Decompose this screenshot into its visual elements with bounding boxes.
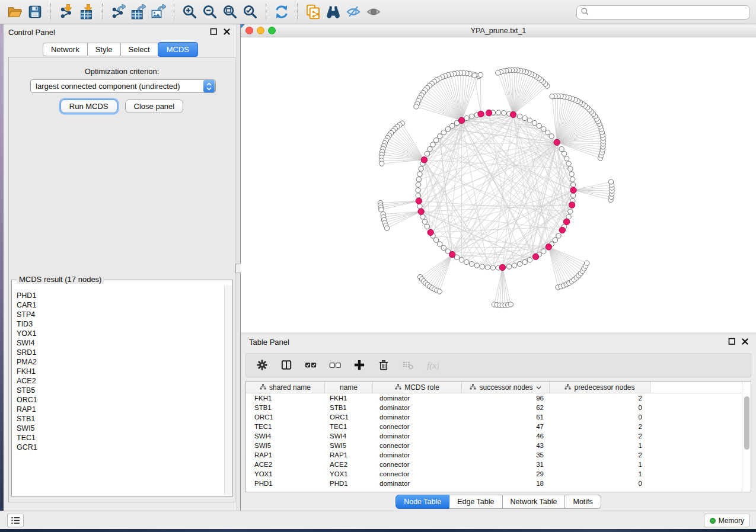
table-row[interactable]: SWI5SWI5connector431 [246,441,751,450]
function-builder-icon[interactable]: f(x) [425,358,439,373]
result-list-item[interactable]: STB1 [17,414,224,424]
table-row[interactable]: SWI4SWI4dominator462 [246,431,751,441]
tab-mcds[interactable]: MCDS [158,42,198,57]
gear-icon[interactable] [255,358,269,373]
result-list-item[interactable]: PMA2 [17,357,224,367]
cell-mcds-role: dominator [373,450,462,460]
result-list-item[interactable]: TID3 [17,319,224,329]
status-bar: Memory [0,511,756,529]
zoom-selected-icon[interactable] [240,2,260,21]
hide-glasses-icon[interactable] [343,2,363,21]
export-image-icon[interactable] [148,2,168,21]
search-icon [580,7,589,18]
import-table-icon[interactable] [76,2,97,21]
tab-network-table[interactable]: Network Table [503,495,566,509]
delete-column-icon[interactable] [377,358,391,373]
table-header-row: shared namenameMCDS rolesuccessor nodesp… [246,382,751,393]
cell-mcds-role: dominator [373,393,462,403]
cell-shared-name: RAP1 [246,450,325,460]
result-list-item[interactable]: GCR1 [17,443,224,452]
save-icon[interactable] [25,2,45,21]
optimization-criterion-select[interactable]: largest connected component (undirected) [30,79,216,93]
close-panel-icon[interactable] [223,28,232,37]
columns-icon[interactable] [279,358,294,373]
shared-column-icon [564,383,571,392]
column-header-predecessor-nodes[interactable]: predecessor nodes [550,382,650,393]
show-eye-icon[interactable] [363,2,384,21]
tab-edge-table[interactable]: Edge Table [449,495,502,509]
close-panel-icon[interactable] [741,338,750,347]
sort-caret-icon[interactable] [536,383,541,392]
float-panel-icon[interactable] [210,28,219,37]
result-list-item[interactable]: STB5 [17,386,224,395]
select-stepper-icon[interactable] [203,80,215,92]
table-row[interactable]: ACE2ACE2connector311 [246,460,751,469]
result-list-item[interactable]: FKH1 [17,367,224,376]
result-list-item[interactable]: RAP1 [17,405,224,414]
result-list-item[interactable]: CAR1 [17,300,224,310]
tab-motifs[interactable]: Motifs [565,495,601,509]
clone-network-icon[interactable] [303,2,323,21]
result-list-item[interactable]: SRD1 [17,348,224,357]
result-list-item[interactable]: STP4 [17,310,224,319]
table-row[interactable]: PHD1PHD1dominator180 [246,479,751,488]
zoom-in-icon[interactable] [180,2,200,21]
table-row[interactable]: TEC1TEC1connector472 [246,422,751,431]
column-label: shared name [269,383,311,392]
tab-select[interactable]: Select [121,43,158,56]
memory-button[interactable]: Memory [704,514,750,527]
node-table[interactable]: shared namenameMCDS rolesuccessor nodesp… [245,381,751,492]
select-all-icon[interactable] [304,358,318,373]
cell-name: SWI5 [325,441,373,450]
deselect-all-icon[interactable] [328,358,342,373]
zoom-out-icon[interactable] [200,2,220,21]
result-list-item[interactable]: YOX1 [17,329,224,338]
table-row[interactable]: ORC1ORC1dominator610 [246,412,751,422]
open-icon[interactable] [5,2,25,21]
tab-network[interactable]: Network [43,43,88,56]
import-network-icon[interactable] [56,2,76,21]
network-canvas[interactable] [241,37,756,332]
search-input[interactable] [576,5,750,20]
result-scrollbar[interactable] [224,286,232,495]
result-list-item[interactable]: SWI4 [17,338,224,348]
toolbar-separator [297,4,298,20]
result-list-item[interactable]: ORC1 [17,395,224,405]
result-list-item[interactable]: SWI5 [17,424,224,433]
column-header-shared-name[interactable]: shared name [246,382,325,393]
cell-shared-name: SWI5 [246,441,325,450]
table-row[interactable]: RAP1RAP1dominator352 [246,450,751,460]
result-list-item[interactable]: ACE2 [17,376,224,386]
cell-shared-name: ORC1 [246,412,325,422]
tab-node-table[interactable]: Node Table [395,495,449,509]
add-column-icon[interactable] [352,358,366,373]
table-scrollbar[interactable] [742,382,751,492]
app-window: Control Panel NetworkStyleSelectMCDS Opt… [0,0,756,532]
result-list-item[interactable]: PHD1 [17,291,224,300]
zoom-fit-icon[interactable] [220,2,240,21]
cell-name: ACE2 [325,460,373,469]
column-header-name[interactable]: name [325,382,373,393]
cell-name: TEC1 [325,422,373,431]
tab-style[interactable]: Style [88,43,121,56]
network-graph[interactable] [241,37,756,332]
mcds-result-listbox[interactable]: PHD1CAR1STP4TID3YOX1SWI4SRD1PMA2FKH1ACE2… [11,280,233,496]
search-text-field[interactable] [589,7,749,18]
float-panel-icon[interactable] [728,338,737,347]
result-list-item[interactable]: TEC1 [17,433,224,443]
column-header-MCDS-role[interactable]: MCDS role [373,382,462,393]
export-network-icon[interactable] [108,2,128,21]
export-table-icon[interactable] [128,2,148,21]
scrollbar-thumb[interactable] [744,396,749,450]
delete-table-icon[interactable] [401,358,415,373]
close-panel-button[interactable]: Close panel [125,100,184,113]
run-mcds-button[interactable]: Run MCDS [60,100,117,113]
table-row[interactable]: STB1STB1dominator620 [246,403,751,412]
search-objects-icon[interactable] [323,2,343,21]
network-window-titlebar[interactable]: YPA_prune.txt_1 [241,24,756,37]
column-header-successor-nodes[interactable]: successor nodes [462,382,550,393]
table-row[interactable]: YOX1YOX1connector291 [246,469,751,479]
refresh-icon[interactable] [272,2,292,21]
table-row[interactable]: FKH1FKH1dominator962 [246,393,751,403]
network-list-button[interactable] [7,514,24,527]
